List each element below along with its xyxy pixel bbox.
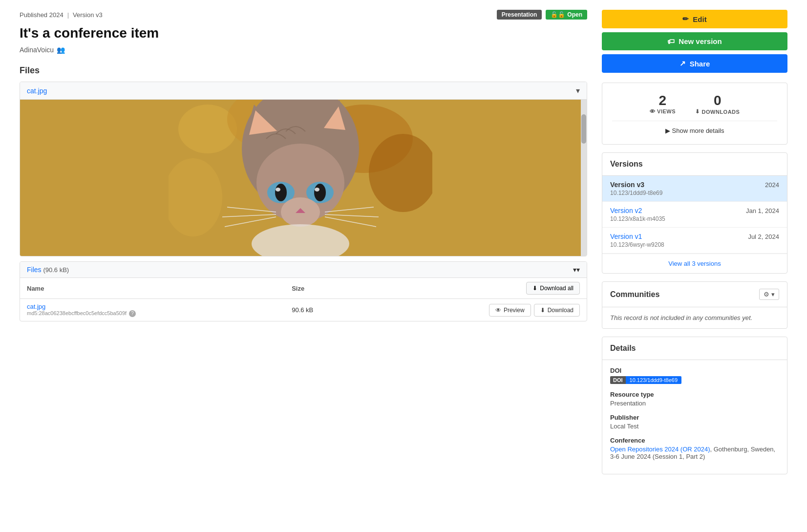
resource-type-label: Resource type (610, 391, 779, 398)
image-scrollbar-area (20, 100, 587, 256)
author-line: AdinaVoicu 👥 (20, 46, 587, 54)
versions-title: Versions (602, 153, 787, 176)
files-table-box: Files (90.6 kB) ▾ Name Size ⬇ (20, 261, 587, 321)
file-hash: md5:28ac06238ebcffbec0c5efdcc5ba509f ? (27, 310, 278, 317)
views-stat: 2 👁 VIEWS (650, 93, 676, 115)
sidebar: ✏ Edit 🏷 New version ↗ Share 2 👁 VIEWS (602, 10, 787, 474)
conference-link[interactable]: Open Repositories 2024 (OR 2024) (610, 446, 710, 453)
files-table: Name Size ⬇ Download all (20, 278, 587, 321)
downloads-icon: ⬇ (695, 108, 700, 115)
svg-point-15 (314, 184, 326, 201)
communities-gear-button[interactable]: ⚙ ▾ (759, 289, 779, 300)
svg-point-17 (315, 188, 319, 192)
communities-box: Communities ⚙ ▾ This record is not inclu… (602, 281, 787, 329)
new-version-button[interactable]: 🏷 New version (602, 32, 787, 50)
version-v1-doi: 10.123/6wsyr-w9208 (610, 241, 779, 248)
view-all-versions-link[interactable]: View all 3 versions (602, 254, 787, 273)
sidebar-actions: ✏ Edit 🏷 New version ↗ Share (602, 10, 787, 73)
conference-value: Open Repositories 2024 (OR 2024), Gothen… (610, 446, 779, 460)
version-v1-date: Jul 2, 2024 (748, 233, 779, 240)
person-icon: 👥 (57, 46, 65, 54)
stats-box: 2 👁 VIEWS 0 ⬇ DOWNLOADS ▶ Show more deta (602, 83, 787, 145)
doi-value[interactable]: 10.123/1ddd9-t8e69 (626, 376, 681, 384)
versions-box: Versions Version v3 2024 10.123/1ddd9-t8… (602, 152, 787, 274)
col-size: Size (285, 278, 361, 299)
files-table-chevron[interactable]: ▾ (573, 266, 580, 274)
publisher-label: Publisher (610, 414, 779, 421)
file-size-cell: 90.6 kB (285, 299, 361, 321)
file-header: cat.jpg ▾ (20, 82, 587, 100)
table-row: cat.jpg md5:28ac06238ebcffbec0c5efdcc5ba… (20, 299, 587, 321)
hash-help-icon[interactable]: ? (129, 310, 136, 317)
file-preview-chevron[interactable]: ▾ (576, 86, 580, 95)
edit-icon: ✏ (682, 15, 689, 23)
conference-group: Conference Open Repositories 2024 (OR 20… (610, 437, 779, 460)
share-button[interactable]: ↗ Share (602, 54, 787, 73)
meta-badges: Presentation 🔓 Open (497, 10, 587, 20)
eye-icon: 👁 (650, 108, 656, 114)
version-item-v1: Version v1 Jul 2, 2024 10.123/6wsyr-w920… (602, 228, 787, 254)
col-name: Name (20, 278, 285, 299)
gear-icon: ⚙ (764, 291, 769, 298)
views-label: 👁 VIEWS (650, 108, 676, 114)
gear-chevron-icon: ▾ (771, 291, 775, 298)
files-section: Files cat.jpg ▾ (20, 65, 587, 321)
download-all-icon: ⬇ (532, 285, 537, 292)
communities-title: Communities (610, 290, 659, 299)
resource-type-value: Presentation (610, 400, 779, 407)
files-table-label: Files (90.6 kB) (27, 266, 69, 274)
svg-point-14 (275, 184, 287, 201)
version-v2-date: Jan 1, 2024 (746, 207, 779, 214)
cat-image-area (20, 100, 581, 256)
file-link[interactable]: cat.jpg (27, 303, 45, 310)
scroll-track[interactable] (581, 100, 587, 256)
downloads-stat: 0 ⬇ DOWNLOADS (695, 93, 740, 115)
chevron-right-icon: ▶ (665, 127, 670, 134)
views-count: 2 (650, 93, 676, 108)
preview-icon: 👁 (495, 307, 501, 314)
svg-point-16 (276, 188, 280, 192)
file-preview-name[interactable]: cat.jpg (27, 87, 47, 95)
download-button[interactable]: ⬇ Download (534, 304, 580, 317)
version-v2-doi: 10.123/x8a1k-m4035 (610, 215, 779, 222)
show-more-link[interactable]: ▶ Show more details (612, 121, 777, 134)
files-total-size: (90.6 kB) (43, 266, 69, 274)
resource-type-group: Resource type Presentation (610, 391, 779, 407)
communities-empty-message: This record is not included in any commu… (610, 314, 779, 321)
download-icon: ⬇ (540, 307, 545, 314)
main-content: Published 2024 | Version v3 Presentation… (20, 10, 587, 474)
conference-label: Conference (610, 437, 779, 444)
share-icon: ↗ (680, 59, 686, 68)
downloads-label: ⬇ DOWNLOADS (695, 108, 740, 115)
doi-label: DOI (610, 367, 779, 374)
details-box: Details DOI DOI 10.123/1ddd9-t8e69 Resou… (602, 337, 787, 474)
svg-point-1 (178, 105, 237, 153)
meta-bar: Published 2024 | Version v3 Presentation… (20, 10, 587, 20)
publisher-value: Local Test (610, 423, 779, 430)
edit-button[interactable]: ✏ Edit (602, 10, 787, 28)
communities-body: This record is not included in any commu… (602, 307, 787, 328)
version-v3-doi: 10.123/1ddd9-t8e69 (610, 190, 779, 196)
preview-button[interactable]: 👁 Preview (489, 304, 531, 317)
version-v1-label[interactable]: Version v1 (610, 233, 642, 240)
presentation-badge: Presentation (497, 10, 542, 20)
files-section-title: Files (20, 65, 587, 76)
details-title: Details (602, 337, 787, 360)
scroll-thumb[interactable] (581, 114, 586, 144)
version-v3-date: 2024 (765, 181, 779, 189)
published-label: Published 2024 (20, 11, 64, 19)
stats-row: 2 👁 VIEWS 0 ⬇ DOWNLOADS (612, 93, 777, 115)
file-actions-cell: 👁 Preview ⬇ Download (361, 299, 587, 321)
version-v2-label[interactable]: Version v2 (610, 207, 642, 214)
publisher-group: Publisher Local Test (610, 414, 779, 430)
doi-tag: DOI (610, 376, 626, 384)
lock-icon: 🔓 (551, 11, 565, 18)
open-badge: 🔓 Open (546, 10, 587, 20)
version-label: Version v3 (73, 11, 103, 19)
download-all-button[interactable]: ⬇ Download all (526, 282, 580, 295)
downloads-count: 0 (695, 93, 740, 108)
files-table-header: Files (90.6 kB) ▾ (20, 262, 587, 278)
doi-badge: DOI 10.123/1ddd9-t8e69 (610, 376, 681, 384)
version-v3-label[interactable]: Version v3 (610, 181, 644, 189)
page-title: It's a conference item (20, 25, 587, 41)
